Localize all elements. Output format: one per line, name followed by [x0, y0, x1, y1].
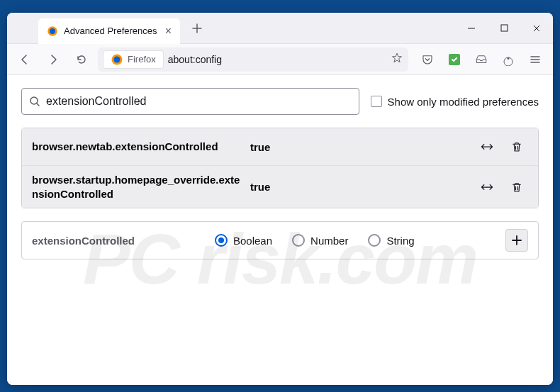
- type-radio-group: Boolean Number String: [215, 234, 493, 247]
- trash-icon: [510, 140, 523, 153]
- pref-table: browser.newtab.extensionControlled true …: [21, 128, 539, 208]
- pocket-button[interactable]: [415, 47, 439, 72]
- search-icon: [29, 96, 40, 107]
- nav-toolbar: Firefox about:config: [7, 44, 553, 75]
- pref-name: browser.newtab.extensionControlled: [32, 140, 245, 154]
- close-icon: [532, 24, 541, 33]
- window-controls: [455, 13, 553, 44]
- tab-title: Advanced Preferences: [64, 26, 157, 36]
- radio-boolean[interactable]: Boolean: [215, 234, 272, 247]
- add-pref-name: extensionControlled: [32, 235, 202, 247]
- delete-button[interactable]: [505, 176, 528, 198]
- radio-icon: [368, 234, 381, 247]
- search-row: Show only modified preferences: [21, 88, 539, 115]
- app-menu-button[interactable]: [523, 47, 547, 72]
- arrow-right-icon: [47, 53, 60, 66]
- bookmark-star-button[interactable]: [391, 52, 403, 67]
- add-pref-button[interactable]: [505, 229, 528, 252]
- radio-icon: [215, 234, 228, 247]
- identity-label: Firefox: [128, 54, 156, 65]
- checkbox-label-text: Show only modified preferences: [388, 96, 539, 108]
- add-pref-row: extensionControlled Boolean Number Strin…: [21, 221, 539, 259]
- search-box[interactable]: [21, 88, 359, 115]
- browser-window: Advanced Preferences × Firefox about:con…: [7, 13, 553, 385]
- pref-value: true: [250, 181, 335, 193]
- pref-row[interactable]: browser.newtab.extensionControlled true: [22, 128, 538, 165]
- url-text: about:config: [168, 54, 222, 65]
- show-modified-checkbox[interactable]: Show only modified preferences: [371, 96, 539, 108]
- account-button[interactable]: [496, 47, 520, 72]
- content-area: Show only modified preferences browser.n…: [7, 75, 553, 385]
- svg-point-6: [508, 57, 510, 60]
- svg-point-4: [114, 56, 121, 62]
- radio-number[interactable]: Number: [292, 234, 348, 247]
- firefox-icon: [111, 53, 123, 66]
- extension-icon: [449, 54, 460, 65]
- inbox-button[interactable]: [469, 47, 493, 72]
- close-tab-icon[interactable]: ×: [165, 26, 172, 37]
- checkbox-icon: [371, 96, 382, 107]
- pref-name: browser.startup.homepage_override.extens…: [32, 173, 245, 201]
- forward-button[interactable]: [41, 47, 65, 72]
- minimize-button[interactable]: [455, 13, 488, 44]
- delete-button[interactable]: [505, 135, 528, 158]
- reload-icon: [75, 53, 88, 66]
- toggle-button[interactable]: [476, 176, 498, 198]
- toolbar-icons: [415, 47, 547, 72]
- hamburger-icon: [530, 54, 541, 65]
- reload-button[interactable]: [69, 47, 94, 72]
- pocket-icon: [421, 53, 434, 66]
- toggle-icon: [480, 140, 494, 154]
- plus-icon: [192, 23, 202, 33]
- back-button[interactable]: [13, 47, 37, 72]
- radio-label: String: [386, 235, 414, 247]
- radio-icon: [292, 234, 305, 247]
- pref-row[interactable]: browser.startup.homepage_override.extens…: [22, 165, 538, 208]
- tab-active[interactable]: Advanced Preferences ×: [38, 18, 180, 44]
- new-tab-button[interactable]: [186, 17, 208, 40]
- account-icon: [502, 53, 515, 66]
- maximize-button[interactable]: [488, 13, 520, 44]
- toggle-button[interactable]: [476, 135, 498, 158]
- radio-string[interactable]: String: [368, 234, 414, 247]
- pref-actions: [476, 176, 528, 198]
- svg-point-1: [50, 28, 55, 34]
- minimize-icon: [467, 24, 476, 33]
- close-window-button[interactable]: [520, 13, 553, 44]
- pref-actions: [476, 135, 528, 158]
- trash-icon: [510, 181, 523, 194]
- extension-button[interactable]: [442, 47, 466, 72]
- plus-icon: [512, 235, 522, 245]
- firefox-icon: [47, 26, 58, 37]
- radio-label: Number: [310, 235, 348, 247]
- titlebar: Advanced Preferences ×: [7, 13, 553, 44]
- toggle-icon: [480, 180, 494, 194]
- search-input[interactable]: [46, 95, 352, 108]
- star-icon: [391, 52, 403, 65]
- pref-value: true: [250, 141, 335, 153]
- arrow-left-icon: [18, 53, 31, 66]
- address-bar[interactable]: Firefox about:config: [98, 47, 408, 72]
- maximize-icon: [500, 24, 508, 32]
- svg-rect-2: [501, 25, 508, 31]
- radio-label: Boolean: [233, 235, 272, 247]
- inbox-icon: [475, 53, 488, 66]
- identity-box[interactable]: Firefox: [103, 50, 164, 69]
